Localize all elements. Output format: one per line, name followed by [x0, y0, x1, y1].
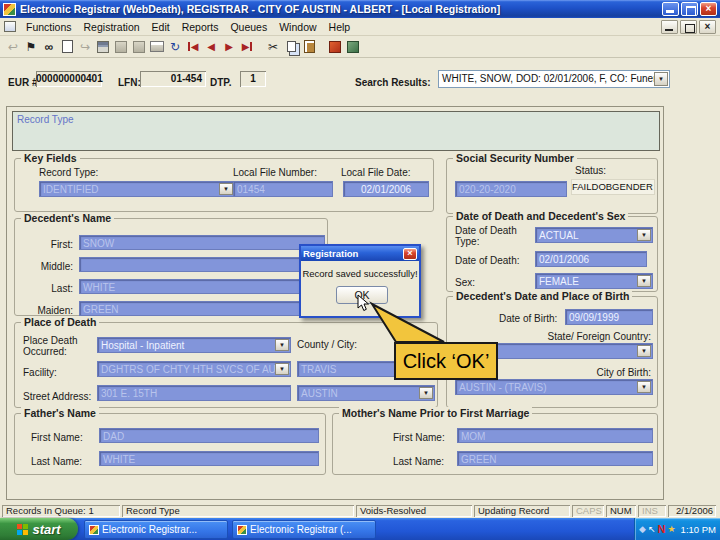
- city-combo[interactable]: AUSTIN: [297, 385, 435, 401]
- clock[interactable]: 1:10 PM: [681, 524, 716, 535]
- ssn-field[interactable]: 020-20-2020: [455, 181, 567, 197]
- death-sex-title: Date of Death and Decedent's Sex: [453, 210, 628, 222]
- date-of-death-field[interactable]: 02/01/2006: [535, 251, 647, 267]
- close-button[interactable]: ×: [700, 2, 717, 16]
- record-type-box: Record Type: [12, 111, 660, 151]
- minimize-button[interactable]: [662, 2, 679, 16]
- menu-registration[interactable]: Registration: [78, 19, 146, 35]
- child-minimize-button[interactable]: [661, 20, 678, 34]
- select-pointer-icon[interactable]: ⚑: [22, 38, 40, 56]
- menu-help[interactable]: Help: [323, 19, 357, 35]
- alert-icon[interactable]: ★: [667, 524, 675, 534]
- dialog-close-icon[interactable]: ×: [403, 248, 417, 260]
- last-name-field[interactable]: WHITE: [79, 279, 325, 294]
- maiden-name-field[interactable]: GREEN: [79, 301, 325, 316]
- queue-icon[interactable]: [326, 38, 344, 56]
- transfer-icon[interactable]: [344, 38, 362, 56]
- restore-button[interactable]: [681, 2, 698, 16]
- menu-reports[interactable]: Reports: [176, 19, 225, 35]
- network-icon[interactable]: ◆: [639, 524, 646, 534]
- mother-last-field[interactable]: GREEN: [457, 451, 653, 466]
- print-icon[interactable]: [148, 38, 166, 56]
- city-of-birth-label: City of Birth:: [487, 367, 651, 378]
- find-icon[interactable]: ∞: [40, 38, 58, 56]
- street-address-field[interactable]: 301 E. 15TH: [97, 385, 291, 401]
- menu-window[interactable]: Window: [273, 19, 322, 35]
- app-icon: [237, 525, 247, 535]
- dropdown-arrow-icon[interactable]: [654, 72, 668, 86]
- child-restore-button[interactable]: [680, 20, 697, 34]
- city-value: AUSTIN: [301, 388, 338, 399]
- father-title: Father's Name: [21, 407, 99, 419]
- middle-name-field[interactable]: [79, 257, 325, 272]
- dropdown-arrow-icon[interactable]: [419, 387, 433, 399]
- date-of-birth-field[interactable]: 09/09/1999: [565, 309, 653, 325]
- refresh-icon[interactable]: ↻: [166, 38, 184, 56]
- place-of-death-title: Place of Death: [21, 316, 99, 328]
- menu-bar: Functions Registration Edit Reports Queu…: [0, 18, 720, 36]
- menu-functions[interactable]: Functions: [20, 19, 78, 35]
- next-record-icon[interactable]: ▶: [220, 38, 238, 56]
- taskbar-item-2[interactable]: Electronic Registrar (...: [232, 520, 376, 539]
- child-window-icon[interactable]: [4, 21, 16, 32]
- father-group: Father's Name First Name: DAD Last Name:…: [14, 413, 326, 475]
- child-close-button[interactable]: ×: [699, 20, 716, 34]
- novell-icon[interactable]: N: [657, 524, 665, 534]
- mother-title: Mother's Name Prior to First Marriage: [339, 407, 532, 419]
- menu-queues[interactable]: Queues: [224, 19, 273, 35]
- status-voids: Voids-Resolved: [356, 505, 472, 517]
- exit-icon[interactable]: ↩: [4, 38, 22, 56]
- father-last-field[interactable]: WHITE: [99, 451, 319, 466]
- cut-icon[interactable]: ✂: [264, 38, 282, 56]
- window-title: Electronic Registrar (WebDeath), REGISTR…: [20, 3, 660, 15]
- city-of-birth-combo[interactable]: AUSTIN - (TRAVIS): [455, 379, 653, 395]
- stamp-icon[interactable]: [112, 38, 130, 56]
- eur-field: 000000000401: [36, 71, 102, 87]
- local-file-date-field[interactable]: 02/01/2006: [343, 181, 429, 197]
- local-file-date-label: Local File Date:: [341, 167, 410, 178]
- dropdown-arrow-icon[interactable]: [637, 275, 651, 287]
- application-window: Electronic Registrar (WebDeath), REGISTR…: [0, 0, 720, 540]
- import-icon[interactable]: ↪: [76, 38, 94, 56]
- sex-value: FEMALE: [539, 276, 579, 287]
- previous-record-icon[interactable]: ◀: [202, 38, 220, 56]
- death-type-combo[interactable]: ACTUAL: [535, 227, 653, 243]
- mother-first-value: MOM: [461, 431, 485, 442]
- toolbar: ↩ ⚑ ∞ ↪ ↻ ◀ ◀ ▶ ▶ ✂: [0, 36, 720, 58]
- menu-edit[interactable]: Edit: [146, 19, 176, 35]
- dropdown-arrow-icon[interactable]: [637, 229, 651, 241]
- first-record-icon[interactable]: ◀: [184, 38, 202, 56]
- dropdown-arrow-icon[interactable]: [275, 339, 289, 351]
- record-type-combo[interactable]: IDENTIFIED: [39, 181, 235, 197]
- record-type-label: Record Type:: [39, 167, 98, 178]
- father-first-field[interactable]: DAD: [99, 428, 319, 443]
- local-file-number-field[interactable]: 01454: [233, 181, 333, 197]
- app-icon: [89, 525, 99, 535]
- taskbar-item-1[interactable]: Electronic Registrar...: [84, 520, 228, 539]
- father-last-value: WHITE: [103, 454, 135, 465]
- status-badge: FAILDOBGENDER: [571, 179, 655, 195]
- dropdown-arrow-icon[interactable]: [637, 381, 651, 393]
- county-value: TRAVIS: [301, 364, 336, 375]
- mouse-icon[interactable]: ↖: [648, 524, 656, 534]
- last-record-icon[interactable]: ▶: [238, 38, 256, 56]
- start-button[interactable]: start: [0, 518, 78, 540]
- mother-first-field[interactable]: MOM: [457, 428, 653, 443]
- father-first-value: DAD: [103, 431, 124, 442]
- copy-icon[interactable]: [282, 38, 300, 56]
- save-icon[interactable]: [94, 38, 112, 56]
- father-first-label: First Name:: [31, 432, 83, 443]
- sex-combo[interactable]: FEMALE: [535, 273, 653, 289]
- paste-icon[interactable]: [300, 38, 318, 56]
- dropdown-arrow-icon[interactable]: [219, 183, 233, 195]
- dropdown-arrow-icon[interactable]: [275, 363, 289, 375]
- facility-combo[interactable]: DGHTRS OF CHTY HTH SVCS OF AUSTI: [97, 361, 291, 377]
- sign-icon[interactable]: [130, 38, 148, 56]
- search-results-combo[interactable]: WHITE, SNOW, DOD: 02/01/2006, F, CO: Fun…: [438, 70, 670, 88]
- status-records-in-queue: Records In Queue: 1: [2, 505, 120, 517]
- dropdown-arrow-icon[interactable]: [637, 345, 651, 357]
- new-record-icon[interactable]: [58, 38, 76, 56]
- taskbar-item-label: Electronic Registrar...: [102, 524, 197, 535]
- place-death-occurred-combo[interactable]: Hospital - Inpatient: [97, 337, 291, 353]
- first-name-field[interactable]: SNOW: [79, 235, 325, 250]
